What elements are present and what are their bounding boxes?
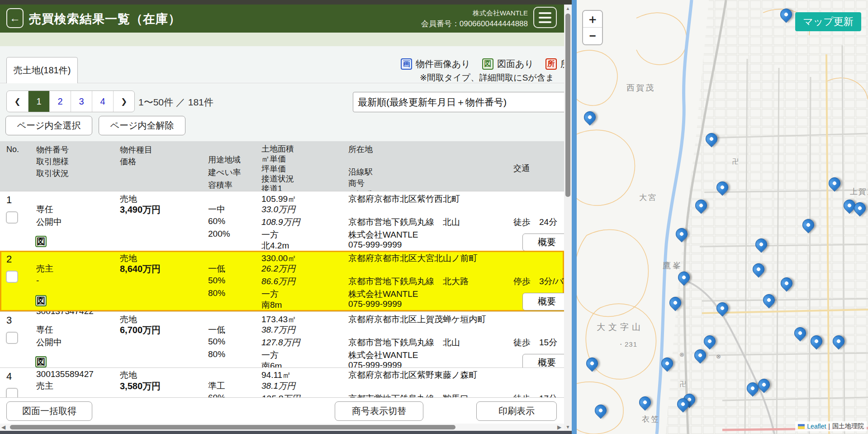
prev-page-button[interactable]: ❮ (7, 91, 28, 112)
far: 80% (208, 349, 225, 359)
scroll-left-icon[interactable]: ◀ (1, 424, 5, 431)
map-marker-pin[interactable] (808, 333, 825, 350)
price: 3,490万円 (120, 204, 161, 216)
map-panel[interactable]: 西賀茂大宮上賀茂鷹峯大文字山・231衣笠卍卍⊗⊗ ＋ − マップ更新 Leafl… (572, 0, 868, 434)
pagination: ❮ 1 2 3 4 ❯ (6, 91, 135, 112)
map-marker-pin[interactable] (674, 226, 690, 243)
map-place-label: 大文字山 (597, 321, 644, 333)
vertical-scrollbar-thumb[interactable] (565, 14, 570, 197)
summary-button[interactable]: 概要 (522, 293, 564, 310)
map-marker-pin[interactable] (753, 236, 770, 253)
row-checkbox[interactable] (6, 271, 18, 283)
road-contact: 一方 (261, 349, 279, 361)
map-marker-pin[interactable] (659, 355, 676, 372)
toggle-company-display-button[interactable]: 商号表示切替 (335, 401, 423, 421)
road-1: 北4.2m (261, 240, 289, 252)
page-3-button[interactable]: 3 (71, 91, 92, 112)
footer-bar: 図面一括取得 商号表示切替 印刷表示 (0, 397, 564, 424)
map-marker-pin[interactable] (667, 295, 684, 311)
address: 京都府京都市北区上賀茂蝉ケ垣内町 (348, 314, 486, 325)
deal-style: 売主 (36, 263, 53, 275)
map-marker-pin[interactable] (800, 217, 817, 234)
unit-price-m2: 38.1万円 (261, 380, 295, 392)
map-marker-pin[interactable] (593, 402, 609, 419)
table-row[interactable]: 1 専任 公開中 図 売地 3,490万円 一中 60% 200% 105.99… (0, 191, 564, 251)
map-marker-pin[interactable] (582, 109, 598, 126)
table-row[interactable]: 3 300137347422 専任 公開中 画 図 売地 6,700万円 一低 … (0, 311, 564, 367)
page-2-button[interactable]: 2 (49, 91, 71, 112)
select-all-button[interactable]: ページ内全選択 (5, 116, 92, 135)
row-checkbox[interactable] (6, 211, 18, 224)
map-marker-pin[interactable] (714, 300, 731, 317)
zone: 一中 (208, 204, 225, 215)
page-1-button[interactable]: 1 (28, 91, 49, 112)
page-4-button[interactable]: 4 (92, 91, 113, 112)
land-area: 94.11㎡ (261, 369, 291, 381)
map-marker-pin[interactable] (714, 179, 731, 196)
bcr: 50% (208, 276, 225, 286)
legend-location-label: 所在 (560, 58, 564, 70)
legend-image-label: 物件画像あり (416, 58, 470, 70)
map-marker-pin[interactable] (692, 347, 709, 364)
map-marker-pin[interactable] (778, 275, 795, 292)
far: 200% (208, 229, 230, 239)
price: 6,700万円 (120, 324, 161, 336)
map-place-label: ・231 (617, 340, 637, 349)
road-1: 南8m (261, 299, 282, 311)
map-marker-pin[interactable] (703, 131, 720, 148)
zoom-out-button[interactable]: − (583, 28, 602, 44)
row-checkbox[interactable] (6, 388, 18, 397)
map-marker-pin[interactable] (676, 269, 693, 286)
hamburger-menu-icon[interactable] (533, 7, 557, 28)
table-row-selected[interactable]: 2 売主 - 図 売地 8,640万円 一低 50% 80% 330.00㎡ 2… (0, 251, 564, 311)
tab-land-for-sale[interactable]: 売土地(181件) (6, 57, 78, 83)
col-access: 交通 (513, 163, 530, 174)
map-marker-pin[interactable] (693, 197, 710, 214)
scroll-down-icon[interactable]: ▼ (564, 424, 572, 429)
map-marker-pin[interactable] (826, 175, 843, 192)
scroll-up-icon[interactable]: ▲ (564, 6, 572, 11)
back-button[interactable]: ← (6, 8, 24, 28)
vertical-scrollbar[interactable]: ▲ ▼ (564, 0, 572, 434)
map-marker-pin[interactable] (778, 6, 795, 23)
next-page-button[interactable]: ❯ (113, 91, 134, 112)
leaflet-link[interactable]: Leaflet (807, 423, 826, 430)
results-panel: ← 売買検索結果一覧（在庫） 株式会社WANTLE 会員番号：090660044… (0, 0, 564, 434)
map-marker-pin[interactable] (761, 292, 778, 309)
sort-select[interactable]: 最新順(最終更新年月日＋物件番号) (353, 92, 564, 112)
legend-plan-label: 図面あり (497, 58, 534, 70)
plan-available-icon[interactable]: 図 (35, 236, 47, 247)
table-row[interactable]: 4 300135589427 売主 - 売地 3,580万円 準工 60% 94… (0, 367, 564, 397)
print-view-button[interactable]: 印刷表示 (476, 401, 557, 421)
property-type: 売地 (120, 369, 137, 381)
map-place-label: 西賀茂 (626, 82, 655, 93)
zone: 一低 (208, 324, 225, 336)
result-range-text: 1〜50件 ／ 181件 (138, 96, 213, 109)
deselect-all-button[interactable]: ページ内全解除 (99, 116, 185, 135)
row-checkbox[interactable] (6, 332, 18, 344)
scroll-right-icon[interactable]: ▶ (557, 424, 561, 431)
rail-line-station: 京都市営地下鉄烏丸線 北山 (348, 216, 460, 228)
batch-plan-download-button[interactable]: 図面一括取得 (6, 401, 92, 421)
map-marker-pin[interactable] (830, 333, 847, 350)
map-marker-pin[interactable] (702, 333, 718, 350)
row-no: 3 (6, 315, 12, 326)
summary-button[interactable]: 概要 (522, 234, 564, 251)
listing-company: 株式会社WANTLE (348, 229, 418, 241)
map-marker-pin[interactable] (792, 325, 809, 342)
map-place-label: 卍 (680, 380, 686, 388)
horizontal-scrollbar[interactable]: ◀ ▶ (0, 424, 564, 431)
plan-available-icon[interactable]: 図 (35, 356, 47, 367)
image-available-icon: 画 (401, 58, 412, 70)
zoom-in-button[interactable]: ＋ (583, 11, 602, 28)
phone-number: 075-999-9999 (348, 299, 402, 309)
map-marker-pin[interactable] (584, 355, 601, 372)
map-update-button[interactable]: マップ更新 (795, 12, 861, 31)
plan-available-icon[interactable]: 図 (35, 295, 47, 306)
address: 京都府京都市北区紫竹西北町 (348, 193, 460, 205)
map-place-label: 鷹峯 (663, 260, 683, 271)
map-marker-pin[interactable] (750, 261, 767, 278)
page-title: 売買検索結果一覧（在庫） (29, 11, 181, 27)
horizontal-scrollbar-thumb[interactable] (10, 425, 455, 429)
map-marker-pin[interactable] (637, 394, 654, 411)
